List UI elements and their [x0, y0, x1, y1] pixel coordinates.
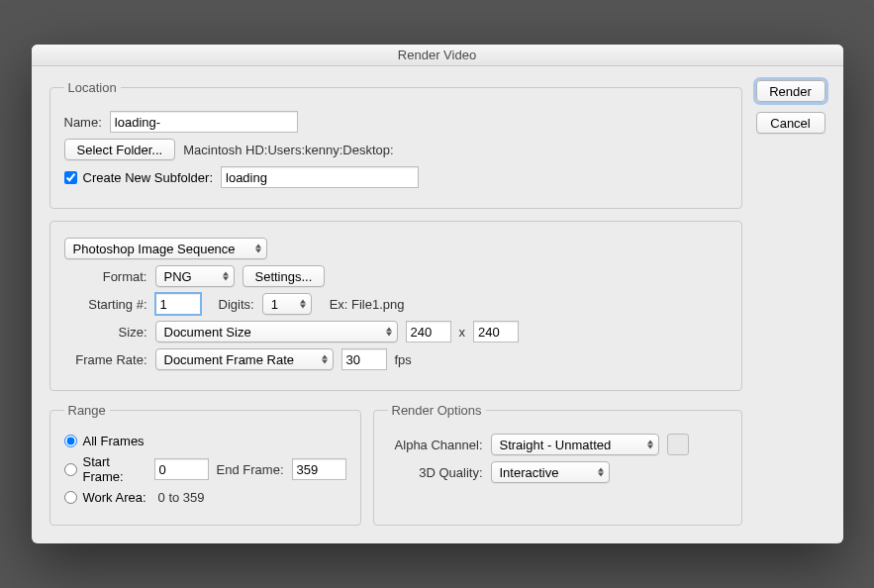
framerate-label: Frame Rate:	[64, 352, 147, 367]
work-area-input[interactable]	[64, 491, 77, 504]
work-area-value: 0 to 359	[158, 490, 205, 505]
digits-select[interactable]: 1	[262, 293, 312, 315]
location-legend: Location	[64, 80, 121, 95]
bottom-row: Range All Frames Start Frame: En	[49, 403, 742, 526]
folder-path: Macintosh HD:Users:kenny:Desktop:	[183, 143, 393, 157]
create-subfolder-input[interactable]	[64, 171, 77, 184]
render-options-legend: Render Options	[388, 403, 486, 418]
render-video-dialog: Render Video Location Name: Select Folde…	[32, 45, 843, 543]
select-folder-button[interactable]: Select Folder...	[64, 139, 176, 160]
alpha-label: Alpha Channel:	[388, 438, 483, 452]
all-frames-input[interactable]	[64, 435, 77, 447]
settings-button[interactable]: Settings...	[243, 265, 326, 287]
window-titlebar: Render Video	[32, 45, 843, 66]
width-field[interactable]	[406, 321, 451, 343]
work-area-radio[interactable]: Work Area:	[64, 490, 146, 505]
render-options-group: Render Options Alpha Channel: Straight -…	[373, 403, 742, 526]
side-column: Render Cancel	[756, 80, 825, 526]
cancel-button[interactable]: Cancel	[756, 112, 825, 134]
range-group: Range All Frames Start Frame: En	[49, 403, 361, 526]
quality-select[interactable]: Interactive	[491, 461, 610, 483]
dialog-content: Location Name: Select Folder... Macintos…	[32, 66, 843, 543]
subfolder-field[interactable]	[221, 166, 419, 188]
name-label: Name:	[64, 115, 102, 130]
x-label: x	[459, 325, 466, 340]
fps-field[interactable]	[341, 348, 387, 370]
alpha-select[interactable]: Straight - Unmatted	[491, 434, 659, 455]
render-button[interactable]: Render	[756, 80, 825, 102]
starting-number-field[interactable]	[155, 293, 201, 315]
end-frame-field[interactable]	[292, 458, 346, 480]
format-select[interactable]: PNG	[155, 265, 235, 287]
create-subfolder-checkbox[interactable]: Create New Subfolder:	[64, 170, 214, 185]
digits-label: Digits:	[219, 297, 254, 312]
main-column: Location Name: Select Folder... Macintos…	[49, 80, 742, 526]
size-label: Size:	[84, 325, 147, 340]
filename-example: Ex: File1.png	[330, 297, 405, 312]
range-legend: Range	[64, 403, 110, 418]
all-frames-radio[interactable]: All Frames	[64, 434, 145, 448]
fps-label: fps	[395, 352, 412, 367]
end-frame-label: End Frame:	[217, 462, 284, 477]
starting-label: Starting #:	[84, 297, 147, 312]
framerate-select[interactable]: Document Frame Rate	[155, 348, 334, 370]
height-field[interactable]	[473, 321, 519, 343]
format-label: Format:	[84, 269, 147, 284]
start-frame-radio[interactable]: Start Frame:	[64, 454, 146, 484]
name-field[interactable]	[110, 111, 298, 133]
output-group: Photoshop Image Sequence Format: PNG Set…	[49, 221, 742, 391]
quality-label: 3D Quality:	[388, 465, 483, 480]
start-frame-field[interactable]	[154, 458, 209, 480]
start-frame-input[interactable]	[64, 463, 77, 476]
location-group: Location Name: Select Folder... Macintos…	[49, 80, 742, 209]
matte-color-swatch[interactable]	[667, 434, 689, 455]
output-type-select[interactable]: Photoshop Image Sequence	[64, 238, 267, 259]
create-subfolder-label: Create New Subfolder:	[83, 170, 214, 185]
size-select[interactable]: Document Size	[155, 321, 398, 343]
window-title: Render Video	[398, 48, 476, 62]
